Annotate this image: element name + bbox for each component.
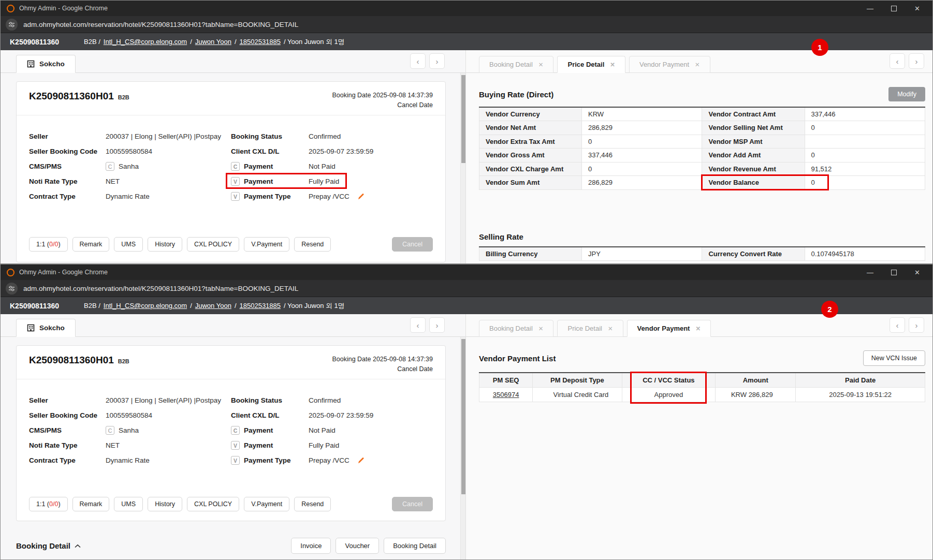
guest-name-label: / Yoon Juwon 외 1명: [284, 37, 345, 47]
tab-close-icon[interactable]: ✕: [538, 325, 544, 332]
remark-button[interactable]: Remark: [72, 237, 110, 252]
field-client-cxl: Client CXL D/L 2025-09-07 23:59:59: [231, 408, 433, 423]
seller-email-link[interactable]: Intl_H_CS@corp.elong.com: [104, 302, 187, 310]
edit-pencil-icon[interactable]: [357, 193, 365, 200]
tab-booking-detail[interactable]: Booking Detail ✕: [479, 56, 553, 73]
booking-date: Booking Date 2025-09-08 14:37:39: [332, 355, 433, 364]
url-text: adm.ohmyhotel.com/reservation/hotel/K250…: [23, 21, 298, 28]
field-v-payment: VPayment Fully Paid: [231, 174, 433, 189]
ums-button[interactable]: UMS: [114, 237, 143, 252]
prev-arrow-button[interactable]: ‹: [890, 53, 905, 69]
detail-tabstrip: Booking Detail ✕ Price Detail ✕ Vendor P…: [466, 50, 932, 73]
field-c-payment: CPayment Not Paid: [231, 423, 433, 438]
ohmy-logo-icon: [7, 5, 14, 12]
tab-hotel-sokcho[interactable]: Sokcho: [16, 55, 76, 73]
pm-seq-link[interactable]: 3506974: [493, 391, 519, 399]
hotel-tabstrip: Sokcho ‹ ›: [1, 50, 465, 73]
cancel-button[interactable]: Cancel: [392, 237, 433, 252]
tab-close-icon[interactable]: ✕: [610, 61, 615, 68]
resend-button[interactable]: Resend: [294, 237, 331, 252]
phone-link[interactable]: 18502531885: [240, 38, 281, 46]
minimize-button[interactable]: —: [867, 5, 873, 12]
site-settings-icon[interactable]: [6, 19, 18, 31]
buying-rate-table: Vendor Currency KRW Vendor Contract Amt …: [479, 107, 925, 190]
modify-button[interactable]: Modify: [888, 87, 925, 101]
history-button[interactable]: History: [148, 497, 182, 511]
tab-close-icon[interactable]: ✕: [695, 61, 700, 68]
contact-name-link[interactable]: Juwon Yoon: [195, 38, 231, 46]
vendor-payment-table: PM SEQ PM Deposit Type CC / VCC Status A…: [479, 372, 925, 402]
tab-vendor-payment[interactable]: Vendor Payment ✕: [627, 320, 711, 337]
left-panel-scrollbar[interactable]: [460, 337, 465, 559]
hotel-tabstrip: Sokcho ‹ ›: [1, 314, 465, 337]
one-to-one-button[interactable]: 1:1 (0/0): [29, 237, 68, 252]
b2b-badge: B2B: [118, 94, 129, 100]
table-row: Vendor Sum Amt 286,829 Vendor Balance 0: [479, 176, 925, 190]
v-marker: V: [231, 456, 240, 465]
booking-detail-button[interactable]: Booking Detail: [384, 538, 446, 554]
v-marker: V: [231, 177, 240, 186]
voucher-button[interactable]: Voucher: [336, 538, 379, 554]
annotation-badge-1: 1: [811, 39, 828, 56]
seller-email-link[interactable]: Intl_H_CS@corp.elong.com: [104, 38, 187, 46]
prev-arrow-button[interactable]: ‹: [890, 317, 905, 333]
browser-window-2: Ohmy Admin - Google Chrome — ✕ adm.ohmyh…: [0, 264, 933, 560]
contact-name-link[interactable]: Juwon Yoon: [195, 302, 231, 310]
prev-arrow-button[interactable]: ‹: [410, 53, 426, 69]
tab-price-detail[interactable]: Price Detail ✕: [557, 56, 625, 73]
booking-number: K25090811360: [10, 38, 59, 46]
cancel-date: Cancel Date: [332, 364, 433, 374]
one-to-one-button[interactable]: 1:1 (0/0): [29, 497, 68, 511]
next-arrow-button[interactable]: ›: [909, 317, 924, 333]
v-payment-button[interactable]: V.Payment: [244, 497, 289, 511]
edit-pencil-icon[interactable]: [357, 456, 365, 464]
detail-panel: Booking Detail ✕ Price Detail ✕ Vendor P…: [465, 50, 932, 263]
booking-detail-section-title[interactable]: Booking Detail: [16, 541, 81, 550]
tab-booking-detail[interactable]: Booking Detail ✕: [479, 320, 553, 337]
booking-detail-section: Booking Detail Invoice Voucher Booking D…: [16, 538, 446, 554]
booking-card: K25090811360H01 B2B Booking Date 2025-09…: [16, 81, 446, 262]
maximize-button[interactable]: [891, 6, 897, 11]
minimize-button[interactable]: —: [867, 269, 873, 276]
maximize-button[interactable]: [891, 270, 897, 275]
field-cms-pms: CMS/PMS CSanha: [29, 423, 231, 438]
left-panel-scrollbar[interactable]: [460, 73, 465, 263]
c-marker: C: [106, 162, 114, 171]
tab-close-icon[interactable]: ✕: [695, 325, 701, 332]
new-vcn-issue-button[interactable]: New VCN Issue: [863, 350, 925, 366]
url-bar[interactable]: adm.ohmyhotel.com/reservation/hotel/K250…: [1, 16, 932, 33]
cxl-policy-button[interactable]: CXL POLICY: [187, 237, 239, 252]
close-button[interactable]: ✕: [914, 269, 920, 276]
tab-hotel-sokcho[interactable]: Sokcho: [16, 319, 76, 337]
table-row: 3506974 Virtual Credit Card Approved KRW…: [479, 387, 925, 402]
field-payment-type: VPayment Type Prepay /VCC: [231, 189, 433, 204]
next-arrow-button[interactable]: ›: [909, 53, 924, 69]
site-settings-icon[interactable]: [6, 283, 18, 294]
history-button[interactable]: History: [148, 237, 182, 252]
tab-close-icon[interactable]: ✕: [608, 325, 613, 332]
booking-panel: Sokcho ‹ › K25090811360H01 B2B Booking D…: [1, 50, 465, 263]
next-arrow-button[interactable]: ›: [429, 317, 445, 333]
booking-header: K25090811360 B2B / Intl_H_CS@corp.elong.…: [1, 33, 932, 50]
url-text: adm.ohmyhotel.com/reservation/hotel/K250…: [23, 285, 298, 292]
close-button[interactable]: ✕: [914, 5, 920, 12]
tab-close-icon[interactable]: ✕: [538, 61, 544, 68]
field-client-cxl: Client CXL D/L 2025-09-07 23:59:59: [231, 144, 433, 159]
url-bar[interactable]: adm.ohmyhotel.com/reservation/hotel/K250…: [1, 280, 932, 297]
booking-date: Booking Date 2025-09-08 14:37:39: [332, 91, 433, 100]
resend-button[interactable]: Resend: [294, 497, 331, 511]
invoice-button[interactable]: Invoice: [291, 538, 331, 554]
ums-button[interactable]: UMS: [114, 497, 143, 511]
cancel-button[interactable]: Cancel: [392, 497, 433, 511]
phone-link[interactable]: 18502531885: [240, 302, 281, 310]
next-arrow-button[interactable]: ›: [429, 53, 445, 69]
cxl-policy-button[interactable]: CXL POLICY: [187, 497, 239, 511]
tab-price-detail[interactable]: Price Detail ✕: [557, 320, 623, 337]
separator: /: [190, 302, 192, 310]
remark-button[interactable]: Remark: [72, 497, 110, 511]
field-seller: Seller 200037 | Elong | Seller(API) |Pos…: [29, 129, 231, 144]
cc-vcc-status-header: CC / VCC Status: [622, 373, 716, 387]
tab-vendor-payment[interactable]: Vendor Payment ✕: [629, 56, 710, 73]
prev-arrow-button[interactable]: ‹: [410, 317, 426, 333]
v-payment-button[interactable]: V.Payment: [244, 237, 289, 252]
